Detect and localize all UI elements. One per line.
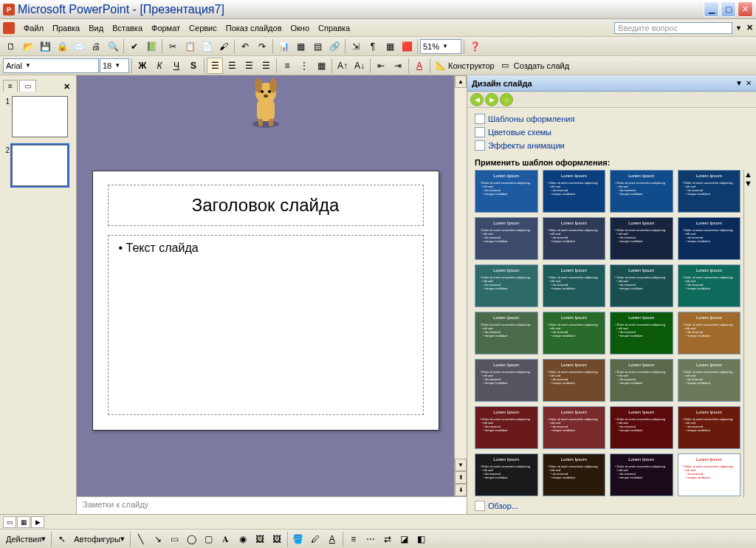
decrease-font-icon[interactable]: A↓ bbox=[351, 58, 368, 74]
slide-thumb-1[interactable] bbox=[12, 96, 68, 137]
template-thumb[interactable]: Lorem Ipsum• Dolor sit amet consectetur … bbox=[610, 264, 673, 307]
template-thumb[interactable]: Lorem Ipsum• Dolor sit amet consectetur … bbox=[475, 217, 538, 260]
select-icon[interactable]: ↖ bbox=[54, 531, 70, 547]
designer-button[interactable]: 📐Конструктор bbox=[433, 61, 498, 71]
undo-icon[interactable]: ↶ bbox=[237, 38, 253, 55]
slide-panel-close[interactable]: ✕ bbox=[61, 82, 73, 92]
numbering-icon[interactable]: ≡ bbox=[279, 58, 295, 74]
template-thumb[interactable]: Lorem Ipsum• Dolor sit amet consectetur … bbox=[543, 453, 606, 496]
chart-icon[interactable]: 📊 bbox=[275, 38, 292, 55]
fill-color-icon[interactable]: 🪣 bbox=[290, 531, 306, 547]
scroll-up-icon[interactable]: ▲ bbox=[744, 170, 756, 179]
normal-view-icon[interactable]: ▭ bbox=[3, 516, 16, 528]
menu-edit[interactable]: Правка bbox=[48, 22, 84, 34]
menu-slideshow[interactable]: Показ слайдов bbox=[221, 22, 286, 34]
scroll-down-icon[interactable]: ▼ bbox=[744, 179, 756, 188]
arrow-icon[interactable]: ↘ bbox=[150, 531, 166, 547]
menu-view[interactable]: Вид bbox=[84, 22, 108, 34]
print-preview-icon[interactable]: 🔍 bbox=[105, 38, 121, 55]
nav-back-icon[interactable]: ◀ bbox=[470, 93, 484, 106]
expand-icon[interactable]: ⇲ bbox=[348, 38, 364, 55]
nav-forward-icon[interactable]: ▶ bbox=[485, 93, 498, 106]
wordart-icon[interactable]: 𝐀 bbox=[218, 531, 234, 547]
email-icon[interactable]: ✉️ bbox=[71, 38, 87, 55]
menu-tools[interactable]: Сервис bbox=[185, 22, 221, 34]
link-animation[interactable]: Эффекты анимации bbox=[475, 139, 749, 152]
open-icon[interactable]: 📂 bbox=[20, 38, 36, 55]
tab-outline[interactable]: ≡ bbox=[3, 80, 18, 92]
template-thumb[interactable]: Lorem Ipsum• Dolor sit amet consectetur … bbox=[678, 453, 741, 496]
template-thumb[interactable]: Lorem Ipsum• Dolor sit amet consectetur … bbox=[543, 170, 606, 213]
sorter-view-icon[interactable]: ▦ bbox=[17, 516, 30, 528]
columns-icon[interactable]: ▦ bbox=[313, 58, 329, 74]
template-thumb[interactable]: Lorem Ipsum• Dolor sit amet consectetur … bbox=[475, 264, 538, 307]
taskpane-close[interactable]: ✕ bbox=[746, 79, 752, 87]
slide-title-placeholder[interactable]: Заголовок слайда bbox=[108, 185, 424, 226]
menu-window[interactable]: Окно bbox=[286, 22, 315, 34]
next-slide-icon[interactable]: ⬇ bbox=[455, 484, 467, 496]
increase-indent-icon[interactable]: ⇥ bbox=[390, 58, 406, 74]
slide-canvas[interactable]: Заголовок слайда Текст слайда bbox=[77, 75, 454, 496]
rectangle-icon[interactable]: ▭ bbox=[167, 531, 183, 547]
hyperlink-icon[interactable]: 🔗 bbox=[326, 38, 343, 55]
template-thumb[interactable]: Lorem Ipsum• Dolor sit amet consectetur … bbox=[543, 359, 606, 402]
zoom-combo[interactable]: 51%▼ bbox=[420, 39, 461, 54]
font-size-combo[interactable]: 18▼ bbox=[100, 58, 129, 73]
link-color-schemes[interactable]: Цветовые схемы bbox=[475, 126, 749, 139]
slide[interactable]: Заголовок слайда Текст слайда bbox=[92, 171, 439, 431]
bullets-icon[interactable]: ⋮ bbox=[296, 58, 312, 74]
tab-slides[interactable]: ▭ bbox=[19, 80, 36, 92]
template-thumb[interactable]: Lorem Ipsum• Dolor sit amet consectetur … bbox=[543, 312, 606, 355]
template-thumb[interactable]: Lorem Ipsum• Dolor sit amet consectetur … bbox=[475, 453, 538, 496]
bold-icon[interactable]: Ж bbox=[134, 58, 151, 74]
copy-icon[interactable]: 📋 bbox=[182, 38, 198, 55]
template-thumb[interactable]: Lorem Ipsum• Dolor sit amet consectetur … bbox=[543, 217, 606, 260]
link-templates[interactable]: Шаблоны оформления bbox=[475, 112, 749, 126]
color-icon[interactable]: 🟥 bbox=[399, 38, 415, 55]
template-thumb[interactable]: Lorem Ipsum• Dolor sit amet consectetur … bbox=[610, 217, 673, 260]
font-color-icon[interactable]: A bbox=[324, 531, 340, 547]
template-thumb[interactable]: Lorem Ipsum• Dolor sit amet consectetur … bbox=[678, 170, 741, 213]
new-slide-button[interactable]: ▭Создать слайд bbox=[498, 61, 572, 71]
template-thumb[interactable]: Lorem Ipsum• Dolor sit amet consectetur … bbox=[543, 406, 606, 449]
taskpane-vscroll[interactable]: ▲ ▼ bbox=[743, 170, 756, 498]
paste-icon[interactable]: 📄 bbox=[199, 38, 215, 55]
template-thumb[interactable]: Lorem Ipsum• Dolor sit amet consectetur … bbox=[610, 406, 673, 449]
picture-icon[interactable]: 🖼 bbox=[269, 531, 285, 547]
template-thumb[interactable]: Lorem Ipsum• Dolor sit amet consectetur … bbox=[678, 359, 741, 402]
slideshow-view-icon[interactable]: ▶ bbox=[31, 516, 44, 528]
template-thumb[interactable]: Lorem Ipsum• Dolor sit amet consectetur … bbox=[610, 453, 673, 496]
slide-thumb-2[interactable] bbox=[12, 145, 68, 186]
help-search-box[interactable]: Введите вопрос bbox=[614, 22, 732, 34]
template-thumb[interactable]: Lorem Ipsum• Dolor sit amet consectetur … bbox=[475, 406, 538, 449]
oval-icon[interactable]: ◯ bbox=[184, 531, 200, 547]
font-name-combo[interactable]: Arial▼ bbox=[3, 58, 99, 73]
template-thumb[interactable]: Lorem Ipsum• Dolor sit amet consectetur … bbox=[475, 170, 538, 213]
browse-link[interactable]: Обзор... bbox=[467, 498, 756, 514]
template-thumb[interactable]: Lorem Ipsum• Dolor sit amet consectetur … bbox=[543, 264, 606, 307]
line-icon[interactable]: ╲ bbox=[133, 531, 149, 547]
tables-borders-icon[interactable]: ▤ bbox=[309, 38, 326, 55]
menu-help[interactable]: Справка bbox=[314, 22, 354, 34]
research-icon[interactable]: 📗 bbox=[143, 38, 159, 55]
menu-file[interactable]: Файл bbox=[19, 22, 48, 34]
line-style-icon[interactable]: ≡ bbox=[346, 531, 362, 547]
close-button[interactable]: ✕ bbox=[738, 1, 753, 17]
help-icon[interactable]: ❓ bbox=[467, 38, 483, 55]
autoshapes-menu[interactable]: Автофигуры ▾ bbox=[71, 534, 128, 544]
template-thumb[interactable]: Lorem Ipsum• Dolor sit amet consectetur … bbox=[678, 217, 741, 260]
3d-style-icon[interactable]: ◧ bbox=[413, 531, 430, 547]
show-formatting-icon[interactable]: ¶ bbox=[365, 38, 381, 55]
format-painter-icon[interactable]: 🖌 bbox=[216, 38, 232, 55]
template-thumb[interactable]: Lorem Ipsum• Dolor sit amet consectetur … bbox=[610, 170, 673, 213]
save-icon[interactable]: 💾 bbox=[37, 38, 53, 55]
align-center-icon[interactable]: ☰ bbox=[224, 58, 240, 74]
template-thumb[interactable]: Lorem Ipsum• Dolor sit amet consectetur … bbox=[678, 312, 741, 355]
line-color-icon[interactable]: 🖊 bbox=[307, 531, 323, 547]
underline-icon[interactable]: Ч bbox=[168, 58, 185, 74]
align-right-icon[interactable]: ☰ bbox=[241, 58, 257, 74]
cut-icon[interactable]: ✂ bbox=[165, 38, 181, 55]
slide-body-placeholder[interactable]: Текст слайда bbox=[108, 235, 424, 415]
scroll-track[interactable] bbox=[455, 88, 467, 459]
italic-icon[interactable]: К bbox=[151, 58, 168, 74]
